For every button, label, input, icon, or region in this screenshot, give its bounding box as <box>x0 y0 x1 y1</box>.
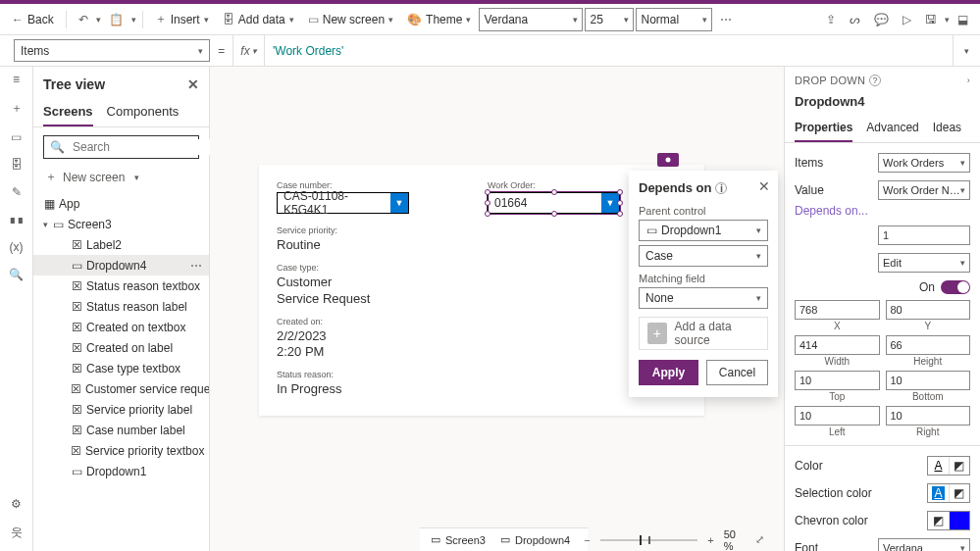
settings-icon[interactable]: ⚙ <box>11 497 23 511</box>
theme-button[interactable]: 🎨 Theme ▾ <box>401 7 477 32</box>
tree-node-case-type-textbox[interactable]: ☒Case type textbox <box>33 358 209 378</box>
flows-icon[interactable]: ∎∎ <box>9 213 25 226</box>
zoom-out-button[interactable]: − <box>584 534 590 546</box>
save-button[interactable]: 🖫 <box>919 7 943 32</box>
items-select[interactable]: Work Orders▾ <box>878 153 970 173</box>
comments-button[interactable]: 💬 <box>868 7 895 32</box>
hamburger-icon[interactable]: ≡ <box>13 73 20 86</box>
paste-button[interactable]: 📋 <box>103 7 129 32</box>
tree-search[interactable]: 🔍 <box>43 135 199 159</box>
data-icon[interactable]: 🗄 <box>11 158 23 172</box>
height-input[interactable]: 66 <box>886 335 971 355</box>
add-data-label: Add data <box>238 13 285 26</box>
tab-ideas[interactable]: Ideas <box>933 115 961 142</box>
expand-formula-button[interactable]: ▾ <box>953 35 980 66</box>
value-select[interactable]: Work Order Number▾ <box>878 180 970 200</box>
bottom-input[interactable]: 10 <box>886 371 971 390</box>
font-select-panel[interactable]: Verdana▾ <box>878 538 970 551</box>
tree-node-app[interactable]: ▦App <box>33 193 209 214</box>
fit-screen-button[interactable]: ⤢ <box>755 533 764 546</box>
preview-button[interactable]: ▷ <box>897 7 917 32</box>
tab-components[interactable]: Components <box>107 98 180 126</box>
font-color[interactable]: A◩ <box>927 456 970 476</box>
width-input[interactable]: 414 <box>795 335 880 355</box>
close-button[interactable]: ✕ <box>758 178 770 194</box>
save-split-caret[interactable]: ▾ <box>945 15 950 25</box>
add-data-button[interactable]: 🗄 Add data ▾ <box>217 7 300 32</box>
parent-control-select[interactable]: ▭Dropdown1▾ <box>639 220 768 241</box>
apply-button[interactable]: Apply <box>639 360 698 385</box>
x-input[interactable]: 768 <box>795 300 880 320</box>
tree-node-created-on-textbox[interactable]: ☒Created on textbox <box>33 317 209 337</box>
tree-node-created-on-label[interactable]: ☒Created on label <box>33 337 209 358</box>
matching-field-select[interactable]: None▾ <box>639 287 768 309</box>
fx-label[interactable]: fx▾ <box>233 35 265 66</box>
font-weight-select[interactable]: Normal▾ <box>636 8 712 31</box>
add-data-source[interactable]: +Add a data source <box>639 317 768 350</box>
chevron-color[interactable]: ◩ <box>927 511 970 530</box>
tree-node-status-reason-label[interactable]: ☒Status reason label <box>33 296 209 317</box>
y-input[interactable]: 80 <box>886 300 971 320</box>
default-input[interactable]: 1 <box>878 225 970 245</box>
insert-icon[interactable]: ▭ <box>11 130 22 144</box>
left-input[interactable]: 10 <box>795 406 880 426</box>
tree-node-status-reason-textbox[interactable]: ☒Status reason textbox <box>33 276 209 296</box>
tree-node-dropdown4[interactable]: ▭Dropdown4⋯ <box>33 255 209 276</box>
formula-input[interactable]: 'Work Orders' <box>265 35 953 66</box>
tree-node-dropdown1[interactable]: ▭Dropdown1 <box>33 461 209 481</box>
property-select[interactable]: Items▾ <box>14 39 210 62</box>
edit-select[interactable]: Edit▾ <box>878 253 970 273</box>
advanced-icon[interactable]: (x) <box>10 240 24 254</box>
font-select[interactable]: Verdana▾ <box>479 8 583 31</box>
label-icon: ☒ <box>71 322 82 333</box>
status-screen[interactable]: ▭Screen3 <box>430 534 486 546</box>
tree-node-service-priority-label[interactable]: ☒Service priority label <box>33 399 209 420</box>
tree-node-screen3[interactable]: ▾▭Screen3 <box>33 214 209 234</box>
tree-node-customer-service-request-label[interactable]: ☒Customer service request label <box>33 378 209 399</box>
case-select[interactable]: Case▾ <box>639 245 768 267</box>
zoom-slider[interactable] <box>600 539 698 541</box>
tab-advanced[interactable]: Advanced <box>866 115 918 142</box>
tree-node-label2[interactable]: ☒Label2 <box>33 234 209 255</box>
share-button[interactable]: ⇪ <box>820 7 842 32</box>
cancel-button[interactable]: Cancel <box>706 360 768 385</box>
more-button[interactable]: ⋯ <box>714 7 738 32</box>
new-screen-button[interactable]: ▭ New screen ▾ <box>302 7 399 32</box>
media-icon[interactable]: ✎ <box>12 185 22 199</box>
tree-node-case-number-label[interactable]: ☒Case number label <box>33 420 209 440</box>
depends-on-link[interactable]: Depends on... <box>785 204 980 222</box>
dropdown4-control[interactable]: 01664 ▼ <box>488 192 620 214</box>
tab-properties[interactable]: Properties <box>795 115 852 142</box>
right-input[interactable]: 10 <box>886 406 971 426</box>
dropdown1-control[interactable]: CAS-01108-K5G4K1 ▼ <box>277 192 409 214</box>
add-icon[interactable]: ＋ <box>11 100 23 117</box>
tree-node-service-priority-textbox[interactable]: ☒Service priority textbox <box>33 440 209 461</box>
publish-button[interactable]: ⬓ <box>952 7 974 32</box>
more-icon[interactable]: ⋯ <box>190 259 203 273</box>
chevron-right-icon[interactable]: › <box>967 75 970 85</box>
insert-button[interactable]: ＋ Insert ▾ <box>149 7 215 32</box>
tab-screens[interactable]: Screens <box>43 98 93 126</box>
help-icon[interactable]: ? <box>869 75 881 86</box>
undo-button[interactable]: ↶ <box>73 7 94 32</box>
tree-search-input[interactable] <box>71 139 222 155</box>
undo-split-caret[interactable]: ▾ <box>96 15 101 25</box>
chevron-down-icon: ▾ <box>134 173 139 182</box>
top-input[interactable]: 10 <box>795 371 880 390</box>
back-button[interactable]: ← Back <box>6 7 60 32</box>
zoom-in-button[interactable]: + <box>707 534 713 546</box>
top-toolbar: ← Back ↶ ▾ 📋 ▾ ＋ Insert ▾ 🗄 Add data ▾ ▭… <box>0 4 980 35</box>
tree-new-screen[interactable]: ＋ New screen ▾ <box>33 163 209 191</box>
ask-icon[interactable]: 웃 <box>11 525 23 541</box>
info-icon[interactable]: i <box>715 182 727 194</box>
font-size-select[interactable]: 25▾ <box>585 8 634 31</box>
search-icon[interactable]: 🔍 <box>9 268 24 281</box>
property-value: Items <box>21 44 49 58</box>
paste-split-caret[interactable]: ▾ <box>131 15 136 25</box>
close-tree-button[interactable]: ✕ <box>187 76 199 92</box>
selection-color[interactable]: A◩ <box>927 483 970 503</box>
checker-button[interactable]: ᔕ <box>844 7 866 32</box>
status-control[interactable]: ▭Dropdown4 <box>499 534 570 546</box>
font-weight-value: Normal <box>641 13 679 26</box>
visible-toggle[interactable] <box>941 280 970 294</box>
